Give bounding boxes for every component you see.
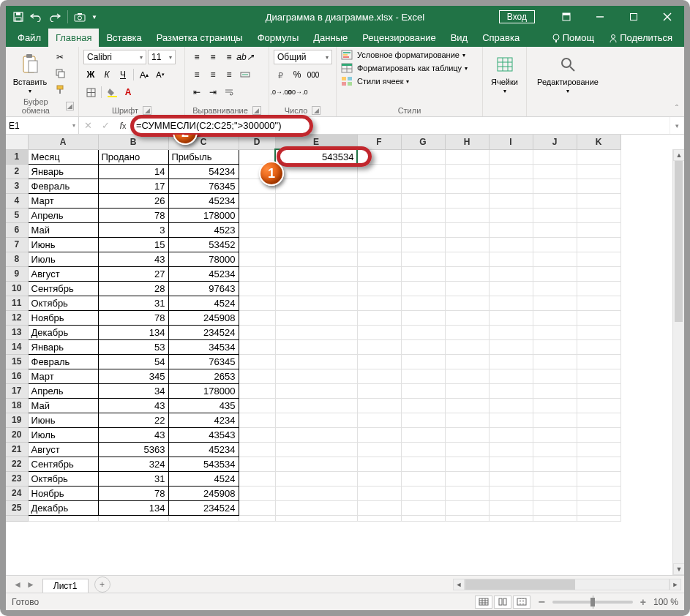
cell[interactable] xyxy=(275,310,357,325)
cell[interactable] xyxy=(577,486,620,500)
row-header[interactable]: 18 xyxy=(6,398,28,413)
cell[interactable] xyxy=(533,325,577,339)
cell[interactable] xyxy=(401,179,445,193)
cell[interactable] xyxy=(533,252,577,266)
cell[interactable] xyxy=(445,339,489,354)
cell[interactable] xyxy=(489,266,533,281)
column-header[interactable]: D xyxy=(239,135,275,149)
cell[interactable] xyxy=(445,500,489,515)
cell[interactable] xyxy=(401,398,445,413)
cell[interactable] xyxy=(357,413,401,427)
alignment-launcher[interactable]: ◢ xyxy=(252,106,261,115)
cell[interactable] xyxy=(533,149,577,164)
column-header[interactable]: A xyxy=(28,135,98,149)
cell[interactable]: 78 xyxy=(98,486,168,500)
cell[interactable] xyxy=(401,354,445,369)
row-header[interactable]: 2 xyxy=(6,164,28,179)
paste-button[interactable]: Вставить▾ xyxy=(10,50,50,97)
cell[interactable] xyxy=(577,413,620,427)
cell[interactable] xyxy=(533,413,577,427)
cell[interactable]: 543534 xyxy=(168,457,239,471)
ribbon-display-button[interactable] xyxy=(550,6,583,28)
decrease-decimal-icon[interactable]: .00→.0 xyxy=(290,85,304,99)
cell[interactable]: Январь xyxy=(28,164,98,179)
cell[interactable] xyxy=(275,398,357,413)
cell[interactable]: 245908 xyxy=(168,310,239,325)
cell[interactable] xyxy=(357,252,401,266)
horizontal-scrollbar[interactable] xyxy=(465,579,670,590)
underline-button[interactable]: Ч xyxy=(116,67,130,82)
cell[interactable]: Октябрь xyxy=(28,296,98,310)
cell[interactable] xyxy=(533,281,577,296)
cell[interactable] xyxy=(239,325,275,339)
cell[interactable] xyxy=(275,486,357,500)
accounting-icon[interactable]: ₽ xyxy=(274,67,288,82)
cell[interactable]: 134 xyxy=(98,500,168,515)
cell[interactable] xyxy=(489,296,533,310)
cell[interactable]: Месяц xyxy=(28,149,98,164)
font-color-icon[interactable]: A xyxy=(121,85,135,99)
cell[interactable] xyxy=(489,222,533,237)
cell[interactable] xyxy=(533,266,577,281)
row-header[interactable]: 20 xyxy=(6,427,28,442)
enter-formula-icon[interactable]: ✓ xyxy=(97,117,114,134)
cell[interactable] xyxy=(401,193,445,208)
cell[interactable] xyxy=(239,296,275,310)
cell[interactable]: 543534 xyxy=(275,149,357,164)
cell[interactable]: Октябрь xyxy=(28,471,98,486)
cell[interactable] xyxy=(577,164,620,179)
cell[interactable] xyxy=(445,398,489,413)
align-right-icon[interactable]: ≡ xyxy=(222,67,236,82)
cell[interactable]: 4524 xyxy=(168,296,239,310)
row-header[interactable]: 6 xyxy=(6,222,28,237)
cell[interactable] xyxy=(239,383,275,398)
cell[interactable]: 4523 xyxy=(168,222,239,237)
tab-home[interactable]: Главная xyxy=(48,29,99,47)
vertical-scrollbar[interactable]: ▲ ▼ xyxy=(672,149,684,575)
cell[interactable] xyxy=(357,486,401,500)
row-header[interactable]: 19 xyxy=(6,413,28,427)
cell[interactable]: 31 xyxy=(98,471,168,486)
font-launcher[interactable]: ◢ xyxy=(143,106,151,115)
cell[interactable] xyxy=(445,237,489,252)
cell[interactable] xyxy=(357,310,401,325)
zoom-level[interactable]: 100 % xyxy=(653,597,678,607)
cell[interactable] xyxy=(533,398,577,413)
cell[interactable] xyxy=(357,325,401,339)
cell[interactable] xyxy=(577,149,620,164)
cell[interactable] xyxy=(445,457,489,471)
cell[interactable] xyxy=(239,369,275,383)
cell[interactable] xyxy=(577,354,620,369)
cell[interactable] xyxy=(577,208,620,222)
cell[interactable] xyxy=(401,369,445,383)
cell[interactable] xyxy=(357,208,401,222)
cell[interactable]: 53 xyxy=(98,339,168,354)
row-header[interactable]: 5 xyxy=(6,208,28,222)
cell[interactable]: Март xyxy=(28,193,98,208)
align-left-icon[interactable]: ≡ xyxy=(190,67,204,82)
cell[interactable] xyxy=(577,383,620,398)
cell[interactable]: 22 xyxy=(98,413,168,427)
cell[interactable]: 76345 xyxy=(168,354,239,369)
cell[interactable]: 34534 xyxy=(168,339,239,354)
cell[interactable] xyxy=(445,179,489,193)
hscroll-thumb[interactable] xyxy=(465,579,575,590)
cell[interactable] xyxy=(445,369,489,383)
cell[interactable] xyxy=(239,486,275,500)
row-header[interactable]: 1 xyxy=(6,149,28,164)
cell[interactable] xyxy=(275,237,357,252)
cell[interactable] xyxy=(401,486,445,500)
cell[interactable] xyxy=(577,281,620,296)
cell[interactable] xyxy=(401,471,445,486)
increase-font-icon[interactable]: A▴ xyxy=(137,67,151,82)
row-header[interactable]: 24 xyxy=(6,486,28,500)
decrease-font-icon[interactable]: A▾ xyxy=(153,67,168,82)
cell[interactable]: 45234 xyxy=(168,442,239,457)
cell[interactable] xyxy=(533,500,577,515)
cell[interactable]: 178000 xyxy=(168,208,239,222)
cell[interactable] xyxy=(489,281,533,296)
cell[interactable] xyxy=(577,398,620,413)
cell[interactable] xyxy=(489,149,533,164)
cell[interactable] xyxy=(577,252,620,266)
page-layout-view-icon[interactable] xyxy=(494,596,511,609)
